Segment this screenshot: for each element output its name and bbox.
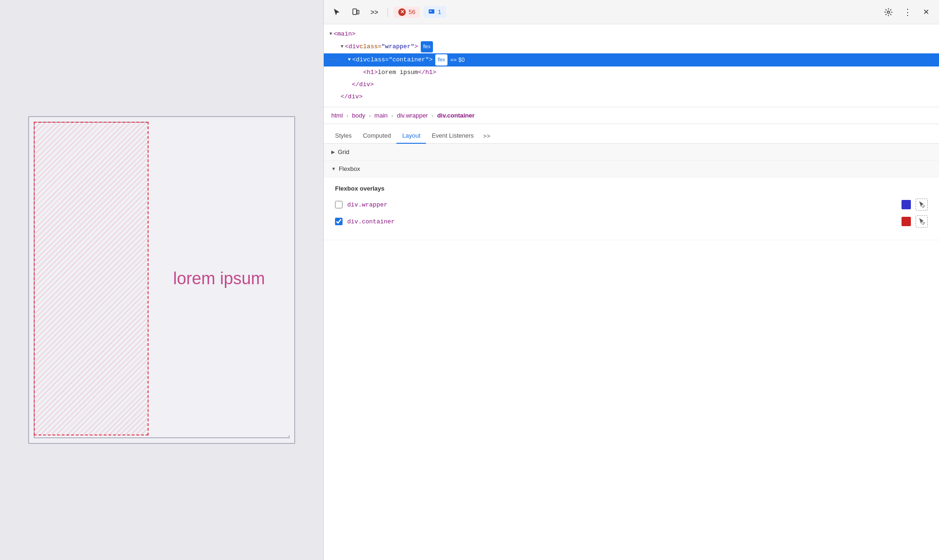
flexbox-section-label: Flexbox bbox=[339, 165, 360, 172]
tab-event-listeners[interactable]: Event Listeners bbox=[426, 128, 479, 144]
svg-rect-5 bbox=[923, 206, 924, 206]
tag-wrapper-open: < bbox=[345, 42, 349, 52]
svg-rect-0 bbox=[353, 9, 357, 15]
tag-h1: <h1> bbox=[363, 67, 378, 78]
h1-text: lorem ipsum bbox=[378, 67, 418, 78]
close-button[interactable]: ✕ bbox=[918, 5, 933, 20]
tab-computed[interactable]: Computed bbox=[357, 128, 396, 144]
tag-main: <main> bbox=[334, 29, 356, 39]
tag-close-container: </div> bbox=[352, 80, 374, 90]
errors-badge-button[interactable]: ✕ 56 bbox=[394, 7, 420, 18]
breadcrumb-html[interactable]: html bbox=[329, 111, 345, 120]
devtools-panel: >> ✕ 56 1 ⋮ ✕ bbox=[323, 0, 939, 560]
flexbox-section-body: Flexbox overlays div.wrapper bbox=[324, 177, 939, 240]
lorem-ipsum-text: lorem ipsum bbox=[173, 269, 265, 288]
flex-badge-container[interactable]: flex bbox=[435, 54, 447, 66]
svg-rect-3 bbox=[430, 11, 432, 12]
breadcrumb: html › body › main › div.wrapper › div.c… bbox=[324, 107, 939, 124]
panel-content: ▶ Grid ▼ Flexbox Flexbox overlays div.wr… bbox=[324, 144, 939, 560]
attr-class-wrapper: class= bbox=[359, 42, 381, 52]
overlay-row-container: div.container bbox=[335, 215, 928, 228]
overlay-label-container: div.container bbox=[347, 218, 897, 225]
svg-rect-10 bbox=[923, 224, 924, 225]
errors-count: 56 bbox=[409, 8, 415, 15]
flexbox-section-header[interactable]: ▼ Flexbox bbox=[324, 161, 939, 177]
tag-container-close: > bbox=[429, 55, 432, 65]
tab-layout[interactable]: Layout bbox=[396, 128, 426, 144]
svg-rect-6 bbox=[924, 206, 925, 206]
tag-close-wrapper: </div> bbox=[341, 92, 363, 102]
breadcrumb-sep-3: › bbox=[390, 113, 394, 118]
overlay-checkbox-wrapper[interactable] bbox=[335, 201, 343, 208]
devtools-toolbar: >> ✕ 56 1 ⋮ ✕ bbox=[324, 0, 939, 24]
grid-section-header[interactable]: ▶ Grid bbox=[324, 144, 939, 161]
breadcrumb-sep-2: › bbox=[368, 113, 372, 118]
dom-line-h1[interactable]: <h1>lorem ipsum</h1> bbox=[324, 66, 939, 79]
tag-container-name: div bbox=[356, 55, 366, 65]
attr-value-container: "container" bbox=[389, 55, 429, 65]
overlay-highlight-wrapper[interactable] bbox=[916, 199, 928, 211]
overlay-color-container[interactable] bbox=[902, 217, 911, 226]
flexbox-triangle-icon: ▼ bbox=[331, 166, 336, 171]
triangle-main[interactable]: ▼ bbox=[329, 29, 332, 39]
ellipsis-container: ··· bbox=[329, 55, 340, 65]
svg-point-4 bbox=[887, 11, 890, 13]
flex-badge-wrapper[interactable]: flex bbox=[421, 41, 433, 52]
overlay-row-wrapper: div.wrapper bbox=[335, 199, 928, 211]
settings-button[interactable] bbox=[881, 5, 896, 20]
flexbox-overlays-title: Flexbox overlays bbox=[335, 185, 928, 192]
svg-rect-1 bbox=[357, 10, 359, 14]
tab-styles[interactable]: Styles bbox=[329, 128, 357, 144]
close-icon: ✕ bbox=[923, 7, 929, 16]
dom-line-close-container[interactable]: </div> bbox=[324, 79, 939, 91]
breadcrumb-sep-4: › bbox=[431, 113, 434, 118]
breadcrumb-body[interactable]: body bbox=[350, 111, 367, 120]
dots-icon: ⋮ bbox=[903, 7, 911, 17]
dom-line-close-wrapper[interactable]: </div> bbox=[324, 91, 939, 103]
devtools-tabs: Styles Computed Layout Event Listeners >… bbox=[324, 124, 939, 144]
toggle-device-button[interactable] bbox=[348, 5, 363, 20]
overlay-highlight-container[interactable] bbox=[916, 215, 928, 228]
overlay-color-wrapper[interactable] bbox=[902, 200, 911, 209]
breadcrumb-sep-1: › bbox=[346, 113, 350, 118]
breadcrumb-container[interactable]: div.container bbox=[435, 111, 477, 120]
svg-rect-9 bbox=[924, 222, 925, 223]
more-tools-button[interactable]: >> bbox=[367, 5, 382, 20]
dom-tree: ▼ <main> ▼ <div class="wrapper"> flex ··… bbox=[324, 24, 939, 107]
console-icon bbox=[428, 8, 435, 16]
more-menu-button[interactable]: ⋮ bbox=[900, 5, 915, 20]
overlay-checkbox-container[interactable] bbox=[335, 218, 343, 225]
inspect-element-button[interactable] bbox=[329, 5, 344, 20]
breadcrumb-main[interactable]: main bbox=[373, 111, 389, 120]
page-frame: lorem ipsum bbox=[28, 116, 295, 444]
separator-1 bbox=[388, 7, 388, 17]
grid-triangle-icon: ▶ bbox=[331, 149, 335, 155]
chevron-right-icon: >> bbox=[371, 8, 378, 16]
attr-value-wrapper: "wrapper" bbox=[381, 42, 414, 52]
overlay-label-wrapper: div.wrapper bbox=[347, 201, 897, 208]
triangle-container[interactable]: ▼ bbox=[348, 55, 351, 65]
svg-rect-8 bbox=[923, 222, 924, 223]
error-icon: ✕ bbox=[398, 8, 406, 16]
browser-viewport: lorem ipsum bbox=[0, 0, 323, 560]
grid-section-label: Grid bbox=[338, 148, 350, 155]
console-badge-button[interactable]: 1 bbox=[424, 6, 446, 18]
triangle-wrapper[interactable]: ▼ bbox=[341, 42, 343, 52]
tag-wrapper-name: div bbox=[349, 42, 359, 52]
dom-line-container[interactable]: ··· ▼ <div class="container"> flex == $0 bbox=[324, 53, 939, 66]
tab-more-button[interactable]: >> bbox=[479, 129, 494, 143]
tag-container-open: < bbox=[352, 55, 356, 65]
container-overlay bbox=[34, 122, 149, 435]
console-count: 1 bbox=[438, 8, 441, 15]
dom-line-main[interactable]: ▼ <main> bbox=[324, 28, 939, 40]
dollar-zero: == $0 bbox=[450, 55, 465, 65]
svg-rect-7 bbox=[923, 207, 924, 208]
breadcrumb-wrapper[interactable]: div.wrapper bbox=[395, 111, 430, 120]
attr-class-container: class= bbox=[367, 55, 389, 65]
tag-wrapper-close: > bbox=[414, 42, 418, 52]
tag-h1-close: </h1> bbox=[418, 67, 436, 78]
dom-line-wrapper[interactable]: ▼ <div class="wrapper"> flex bbox=[324, 40, 939, 53]
content-area: lorem ipsum bbox=[149, 122, 290, 435]
